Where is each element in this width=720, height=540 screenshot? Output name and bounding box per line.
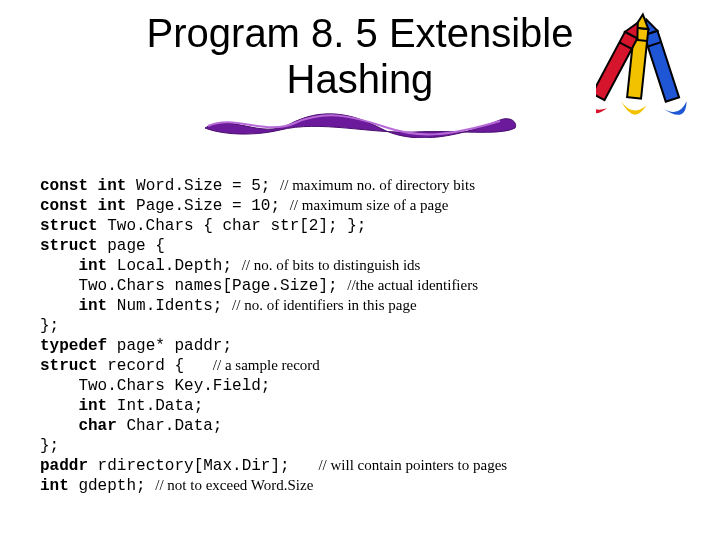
code-line: struct Two.Chars { char str[2]; }; [40,217,366,235]
code-line: const int Page.Size = 10; // maximum siz… [40,197,448,215]
title-underline [40,110,680,138]
code-line: struct record { // a sample record [40,357,320,375]
code-line: char Char.Data; [40,417,222,435]
code-line: int Num.Idents; // no. of identifiers in… [40,297,417,315]
code-line: const int Word.Size = 5; // maximum no. … [40,177,475,195]
code-line: int Local.Depth; // no. of bits to disti… [40,257,420,275]
code-line: Two.Chars names[Page.Size]; //the actual… [40,277,478,295]
title-line-1: Program 8. 5 Extensible [147,11,574,55]
squiggle-icon [200,110,520,138]
title-line-2: Hashing [287,57,434,101]
code-line: int Int.Data; [40,397,203,415]
code-line: }; [40,437,59,455]
svg-rect-0 [644,31,679,102]
page-title: Program 8. 5 Extensible Hashing [40,10,680,102]
code-line: struct page { [40,237,165,255]
code-line: }; [40,317,59,335]
code-block: const int Word.Size = 5; // maximum no. … [40,156,680,516]
code-line: typedef page* paddr; [40,337,232,355]
code-line: int gdepth; // not to exceed Word.Size [40,477,313,495]
code-line: paddr rdirectory[Max.Dir]; // will conta… [40,457,507,475]
slide: Program 8. 5 Extensible Hashing const in… [0,0,720,540]
crayons-icon [596,10,706,140]
code-line: Two.Chars Key.Field; [40,377,270,395]
